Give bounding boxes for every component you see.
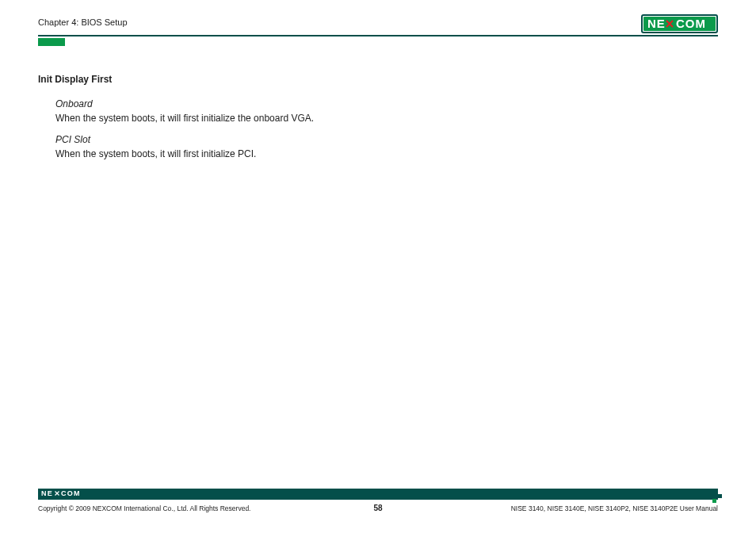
svg-text:NE: NE [647,17,666,30]
option-block: PCI Slot When the system boots, it will … [55,133,434,161]
brand-logo-top: NE COM [641,14,718,33]
header-rule [38,35,718,36]
option-block: Onboard When the system boots, it will f… [55,98,434,125]
brand-logo-footer: NE COM [41,489,87,498]
option-name: PCI Slot [55,133,434,147]
svg-text:COM: COM [61,489,81,497]
footer-bar [38,489,718,500]
footer-ornament [707,489,718,500]
option-desc: When the system boots, it will first ini… [55,148,434,161]
svg-text:NE: NE [41,489,53,497]
manual-name: NISE 3140, NISE 3140E, NISE 3140P2, NISE… [511,504,718,512]
option-name: Onboard [55,98,434,111]
main-content: Init Display First Onboard When the syst… [38,73,434,169]
option-desc: When the system boots, it will first ini… [55,112,434,125]
header-accent-tab [38,38,65,46]
chapter-label: Chapter 4: BIOS Setup [38,17,718,27]
section-title: Init Display First [38,73,434,86]
svg-text:COM: COM [676,17,706,30]
